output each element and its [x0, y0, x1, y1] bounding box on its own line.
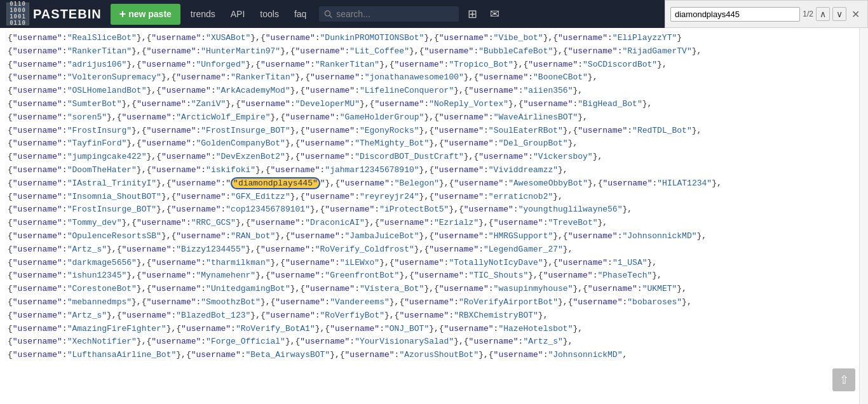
content-line: {"username":"XechNotifier"},{"username":…: [8, 335, 860, 349]
faq-link[interactable]: faq: [289, 9, 311, 19]
find-input[interactable]: [670, 7, 800, 22]
content-line: {"username":"SumterBot"},{"username":"Za…: [8, 98, 860, 111]
content-line: {"username":"Artz_s"},{"username":"Bizzy…: [8, 243, 860, 257]
trends-link[interactable]: trends: [186, 9, 220, 19]
content-line: {"username":"mebannedmps"},{"username":"…: [8, 296, 860, 309]
content-line: {"username":"Insomnia_ShoutBOT"},{"usern…: [8, 191, 860, 204]
content-line: {"username":"VolteronSupremacy"},{"usern…: [8, 71, 860, 84]
content-line: {"username":"OpulenceResortsSB"},{"usern…: [8, 230, 860, 243]
content-line: {"username":"darkmage5656"},{"username":…: [8, 257, 860, 270]
find-prev-button[interactable]: ∧: [816, 7, 830, 21]
email-icon-button[interactable]: ✉: [486, 6, 503, 22]
find-count: 1/2: [803, 10, 813, 18]
grid-icon-button[interactable]: ⊞: [464, 6, 481, 22]
content-line: {"username":"adrijus106"},{"username":"U…: [8, 58, 860, 72]
logo: 0110100010010110 PASTEBIN: [6, 3, 102, 25]
logo-text: PASTEBIN: [33, 7, 102, 22]
content-line: {"username":"ishun12345"},{"username":"M…: [8, 269, 860, 283]
content-line: {"username":"AmazingFireFighter"},{"user…: [8, 323, 860, 336]
content-area: {"username":"RealSliceBot"},{"username":…: [0, 28, 868, 404]
find-next-button[interactable]: ∨: [832, 7, 846, 21]
content-line: {"username":"jumpingcake422"},{"username…: [8, 151, 860, 164]
highlighted-username: "diamondplays445": [231, 177, 320, 189]
svg-line-1: [330, 15, 332, 17]
scroll-top-button[interactable]: ⇧: [832, 368, 855, 391]
side-scrollbar[interactable]: [859, 28, 868, 404]
content-line: {"username":"Tommy_dev"},{"username":"RR…: [8, 217, 860, 230]
content-line: {"username":"IAstral_TrinityI"},{"userna…: [8, 177, 860, 191]
search-input[interactable]: [336, 9, 454, 19]
logo-icon: 0110100010010110: [6, 3, 29, 25]
search-box: [319, 6, 459, 22]
content-line: {"username":"RankerTitan"},{"username":"…: [8, 45, 860, 58]
content-line: {"username":"FrostInsurg"},{"username":"…: [8, 125, 860, 138]
api-link[interactable]: API: [226, 9, 250, 19]
plus-icon: +: [119, 8, 126, 21]
content-line: {"username":"CorestoneBot"},{"username":…: [8, 283, 860, 296]
content-line: {"username":"RealSliceBot"},{"username":…: [8, 32, 860, 45]
content-line: {"username":"DoomTheHater"},{"username":…: [8, 164, 860, 177]
search-icon: [324, 10, 332, 18]
find-close-button[interactable]: ✕: [849, 7, 862, 22]
content-line: {"username":"soren5"},{"username":"Arcti…: [8, 111, 860, 125]
content-line: {"username":"Artz_s"},{"username":"Blaze…: [8, 309, 860, 323]
content-line: {"username":"LufthansaAirline_Bot"},{"us…: [8, 349, 860, 362]
content-line: {"username":"TayfinFord"},{"username":"G…: [8, 137, 860, 151]
new-paste-button[interactable]: + new paste: [111, 4, 180, 25]
tools-link[interactable]: tools: [255, 9, 284, 19]
new-paste-label: new paste: [128, 9, 172, 19]
content-line: {"username":"FrostInsurge_BOT"},{"userna…: [8, 203, 860, 217]
find-bar: 1/2 ∧ ∨ ✕: [665, 0, 868, 28]
content-line: {"username":"OSLHomelandBot"},{"username…: [8, 84, 860, 98]
